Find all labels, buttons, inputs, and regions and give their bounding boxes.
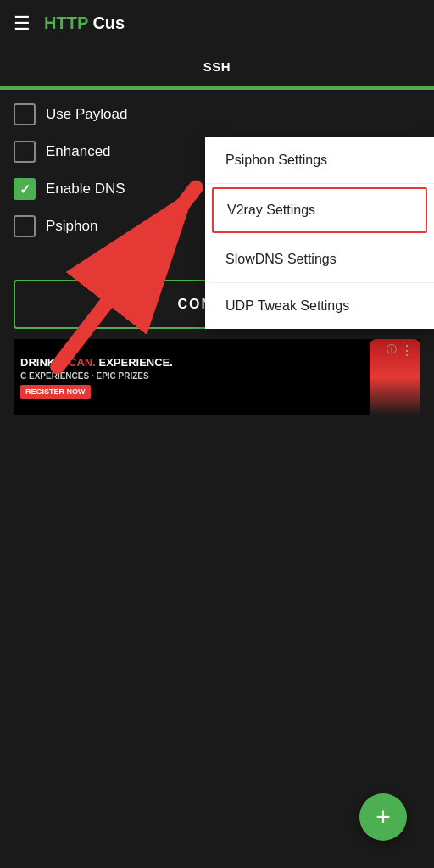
col-left: Use Payload Enhanced Enable DNS Psiphon	[14, 103, 210, 270]
enable-dns-label: Enable DNS	[46, 181, 125, 198]
dropdown-item-psiphon-settings[interactable]: Psiphon Settings	[205, 137, 434, 184]
tab-ssh[interactable]: SSH	[0, 47, 434, 88]
use-payload-checkbox[interactable]	[14, 103, 36, 125]
topbar: ☰ HTTP Cus	[0, 0, 434, 47]
ad-more-icon[interactable]: ⋮	[400, 342, 414, 359]
dropdown-item-slowdns-settings[interactable]: SlowDNS Settings	[205, 236, 434, 283]
ad-exp: EXPERIENCE.	[98, 356, 172, 369]
ad-info-icon[interactable]: ⓘ	[387, 342, 397, 357]
dropdown-item-udp-tweak-settings[interactable]: UDP Tweak Settings	[205, 283, 434, 329]
ad-banner: DRINK. SCAN. EXPERIENCE. C EXPERIENCES ·…	[14, 339, 420, 415]
main-content: Use Payload Enhanced Enable DNS Psiphon	[0, 90, 434, 415]
hamburger-icon[interactable]: ☰	[14, 14, 31, 33]
enable-dns-checkbox[interactable]	[14, 178, 36, 200]
enhanced-row[interactable]: Enhanced	[14, 141, 210, 163]
dropdown-menu: Psiphon Settings V2ray Settings SlowDNS …	[205, 137, 434, 329]
psiphon-row[interactable]: Psiphon	[14, 215, 210, 237]
psiphon-label: Psiphon	[46, 218, 97, 235]
title-cus: Cus	[88, 14, 125, 32]
psiphon-checkbox[interactable]	[14, 215, 36, 237]
enable-dns-row[interactable]: Enable DNS	[14, 178, 210, 200]
ad-sub: C EXPERIENCES · EPIC PRIZES	[20, 370, 173, 382]
fab-button[interactable]: +	[359, 793, 407, 841]
enhanced-label: Enhanced	[46, 143, 111, 160]
ad-text: DRINK. SCAN. EXPERIENCE. C EXPERIENCES ·…	[14, 348, 180, 406]
tab-row: SSH	[0, 47, 434, 90]
app-title: HTTP Cus	[44, 14, 125, 33]
ad-scan: SCAN.	[61, 356, 95, 369]
ad-register: REGISTER NOW	[20, 385, 91, 399]
dropdown-item-v2ray-settings[interactable]: V2ray Settings	[212, 187, 427, 233]
use-payload-label: Use Payload	[46, 106, 127, 123]
enhanced-checkbox[interactable]	[14, 141, 36, 163]
title-http: HTTP	[44, 14, 88, 32]
use-payload-row[interactable]: Use Payload	[14, 103, 210, 125]
ad-drink: DRINK.	[20, 356, 58, 369]
